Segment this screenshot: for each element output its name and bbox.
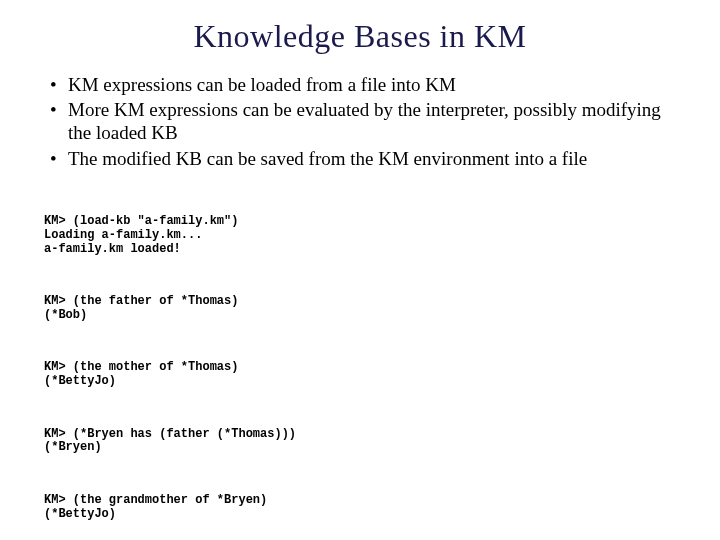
code-group: KM> (*Bryen has (father (*Thomas))) (*Br… (44, 428, 676, 456)
code-group: KM> (the mother of *Thomas) (*BettyJo) (44, 361, 676, 389)
bullet-item: KM expressions can be loaded from a file… (44, 73, 676, 96)
bullet-item: More KM expressions can be evaluated by … (44, 98, 676, 144)
bullet-list: KM expressions can be loaded from a file… (44, 73, 676, 170)
code-group: KM> (load-kb "a-family.km") Loading a-fa… (44, 215, 676, 256)
code-group: KM> (the grandmother of *Bryen) (*BettyJ… (44, 494, 676, 522)
code-block: KM> (load-kb "a-family.km") Loading a-fa… (44, 188, 676, 540)
code-group: KM> (the father of *Thomas) (*Bob) (44, 295, 676, 323)
bullet-item: The modified KB can be saved from the KM… (44, 147, 676, 170)
slide-title: Knowledge Bases in KM (44, 18, 676, 55)
